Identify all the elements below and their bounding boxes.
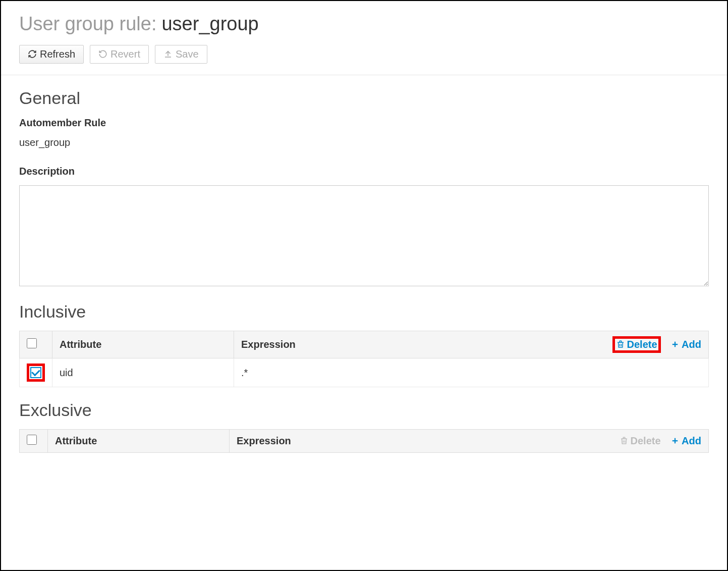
exclusive-add-button[interactable]: Add	[670, 435, 701, 447]
description-label: Description	[19, 166, 709, 177]
page-title: User group rule: user_group	[19, 13, 709, 35]
refresh-icon	[28, 48, 37, 60]
save-label: Save	[176, 48, 199, 60]
inclusive-row-checkbox[interactable]	[30, 367, 41, 378]
inclusive-delete-label: Delete	[627, 339, 657, 350]
exclusive-delete-button[interactable]: Delete	[620, 435, 661, 447]
plus-icon	[670, 339, 680, 350]
undo-icon	[98, 48, 107, 60]
plus-icon	[670, 435, 680, 447]
upload-icon	[163, 48, 173, 60]
inclusive-add-button[interactable]: Add	[670, 339, 701, 350]
inclusive-row-attribute: uid	[52, 358, 234, 387]
refresh-label: Refresh	[40, 48, 75, 60]
save-button[interactable]: Save	[155, 45, 207, 64]
inclusive-add-label: Add	[682, 339, 701, 350]
exclusive-delete-label: Delete	[631, 435, 661, 447]
exclusive-table: Attribute Expression	[19, 429, 709, 453]
highlight-row-checkbox	[27, 364, 45, 382]
inclusive-expression-header: Expression	[241, 339, 296, 350]
revert-label: Revert	[110, 48, 140, 60]
section-general-title: General	[19, 88, 709, 108]
inclusive-table: Attribute Expression	[19, 331, 709, 387]
section-exclusive-title: Exclusive	[19, 400, 709, 420]
inclusive-attribute-header: Attribute	[52, 331, 234, 358]
divider	[1, 75, 727, 75]
highlight-delete: Delete	[612, 336, 661, 353]
trash-icon	[620, 435, 629, 447]
exclusive-select-all-checkbox[interactable]	[27, 435, 37, 445]
toolbar: Refresh Revert	[19, 45, 709, 64]
inclusive-delete-button[interactable]: Delete	[616, 339, 657, 350]
automember-rule-label: Automember Rule	[19, 117, 709, 129]
revert-button[interactable]: Revert	[90, 45, 149, 64]
table-row: uid .*	[20, 358, 709, 387]
section-inclusive-title: Inclusive	[19, 302, 709, 322]
exclusive-expression-header: Expression	[237, 435, 291, 447]
refresh-button[interactable]: Refresh	[19, 45, 84, 64]
inclusive-select-all-checkbox[interactable]	[27, 338, 37, 348]
trash-icon	[616, 339, 625, 350]
page-title-kind: User group rule:	[19, 13, 156, 35]
inclusive-row-expression: .*	[234, 358, 709, 387]
page-title-name: user_group	[161, 13, 258, 35]
exclusive-attribute-header: Attribute	[48, 430, 230, 453]
exclusive-add-label: Add	[682, 435, 701, 447]
description-textarea[interactable]	[19, 185, 709, 286]
automember-rule-value: user_group	[19, 137, 709, 148]
